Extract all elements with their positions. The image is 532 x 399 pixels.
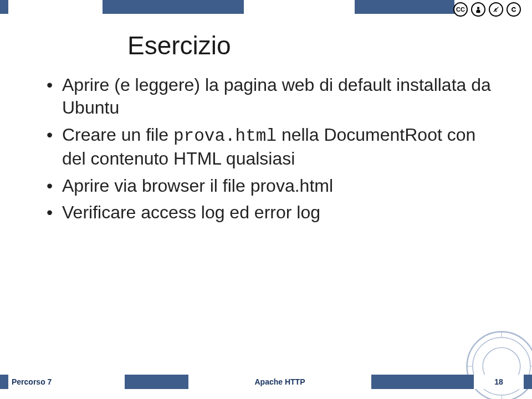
footer-center-text: Apache HTTP <box>254 377 305 386</box>
bullet-item: Aprire (e leggere) la pagina web di defa… <box>44 74 493 119</box>
cc-sa-icon <box>507 2 521 17</box>
top-accent-bar <box>0 0 532 14</box>
svg-point-0 <box>477 7 479 9</box>
slide-footer: Percorso 7 Apache HTTP 18 <box>0 375 532 389</box>
footer-left-text: Percorso 7 <box>12 377 52 386</box>
bullet-text-pre: Creare un file <box>62 125 173 145</box>
cc-icon: CC <box>453 2 468 17</box>
cc-by-icon <box>471 2 485 17</box>
cc-nc-icon: € <box>489 2 503 17</box>
bullet-text: Aprire (e leggere) la pagina web di defa… <box>62 75 491 117</box>
cc-license-badges: CC € <box>453 2 521 17</box>
bullet-item: Verificare access log ed error log <box>44 201 493 224</box>
bullet-item: Aprire via browser il file prova.html <box>44 175 493 197</box>
inline-code: prova.html <box>173 126 277 146</box>
slide-title: Esercizio <box>127 30 493 60</box>
bullet-text: Aprire via browser il file prova.html <box>62 176 333 196</box>
bullet-text: Verificare access log ed error log <box>62 202 320 222</box>
bullet-item: Creare un file prova.html nella Document… <box>44 124 493 170</box>
bullet-list: Aprire (e leggere) la pagina web di defa… <box>44 74 493 224</box>
slide-content: Esercizio Aprire (e leggere) la pagina w… <box>0 14 532 224</box>
page-number: 18 <box>494 377 503 386</box>
